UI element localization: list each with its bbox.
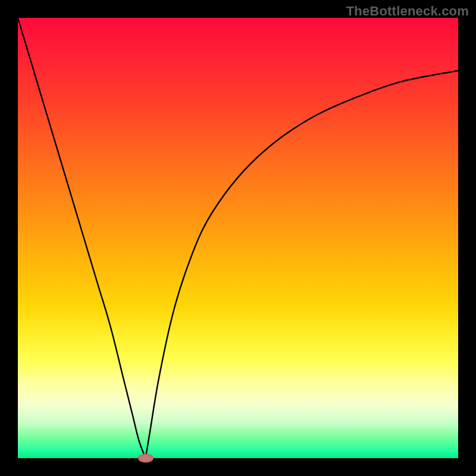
vertex-marker — [138, 454, 154, 463]
bottleneck-curve — [18, 18, 458, 458]
chart-frame: TheBottleneck.com — [0, 0, 476, 476]
attribution-text: TheBottleneck.com — [346, 4, 469, 19]
plot-area — [18, 18, 458, 458]
